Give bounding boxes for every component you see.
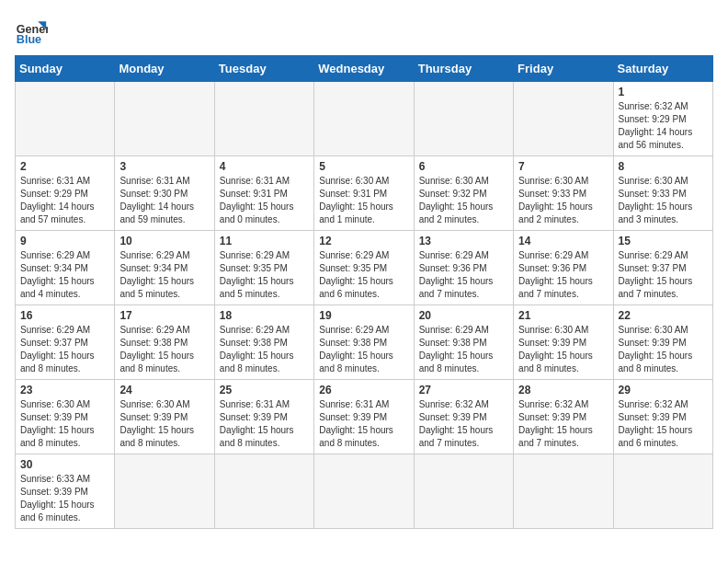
calendar-day-cell: 24Sunrise: 6:30 AM Sunset: 9:39 PM Dayli… (115, 380, 214, 454)
calendar-day-cell: 25Sunrise: 6:31 AM Sunset: 9:39 PM Dayli… (214, 380, 313, 454)
calendar-day-cell: 11Sunrise: 6:29 AM Sunset: 9:35 PM Dayli… (214, 231, 313, 305)
day-info: Sunrise: 6:29 AM Sunset: 9:38 PM Dayligh… (119, 324, 209, 375)
day-number: 2 (20, 160, 109, 173)
day-number: 13 (419, 235, 508, 247)
calendar-day-cell: 15Sunrise: 6:29 AM Sunset: 9:37 PM Dayli… (613, 231, 712, 305)
logo-icon: General Blue (15, 15, 48, 48)
calendar-day-cell (514, 454, 613, 529)
day-number: 5 (319, 160, 408, 173)
day-number: 7 (518, 160, 608, 173)
day-info: Sunrise: 6:29 AM Sunset: 9:34 PM Dayligh… (119, 249, 209, 301)
day-info: Sunrise: 6:31 AM Sunset: 9:29 PM Dayligh… (20, 175, 109, 226)
day-number: 24 (119, 384, 209, 396)
calendar-day-cell (314, 82, 414, 156)
calendar-day-cell: 2Sunrise: 6:31 AM Sunset: 9:29 PM Daylig… (16, 156, 115, 231)
day-number: 15 (619, 235, 708, 247)
day-number: 12 (319, 235, 408, 247)
calendar-day-cell: 7Sunrise: 6:30 AM Sunset: 9:33 PM Daylig… (514, 156, 613, 231)
day-number: 17 (119, 309, 209, 322)
day-info: Sunrise: 6:31 AM Sunset: 9:30 PM Dayligh… (119, 175, 209, 226)
day-info: Sunrise: 6:30 AM Sunset: 9:39 PM Dayligh… (619, 324, 708, 375)
calendar-week-row: 16Sunrise: 6:29 AM Sunset: 9:37 PM Dayli… (16, 305, 713, 380)
calendar-day-cell: 29Sunrise: 6:32 AM Sunset: 9:39 PM Dayli… (613, 380, 712, 454)
day-number: 11 (220, 235, 309, 247)
day-number: 23 (20, 384, 109, 396)
weekday-header-friday: Friday (514, 56, 613, 82)
day-info: Sunrise: 6:30 AM Sunset: 9:33 PM Dayligh… (619, 175, 708, 226)
day-info: Sunrise: 6:29 AM Sunset: 9:38 PM Dayligh… (419, 324, 508, 375)
calendar-week-row: 2Sunrise: 6:31 AM Sunset: 9:29 PM Daylig… (16, 156, 713, 231)
calendar-day-cell (16, 82, 115, 156)
calendar-day-cell (314, 454, 414, 529)
calendar-day-cell (514, 82, 613, 156)
calendar-week-row: 23Sunrise: 6:30 AM Sunset: 9:39 PM Dayli… (16, 380, 713, 454)
logo: General Blue (15, 15, 48, 48)
calendar-day-cell: 18Sunrise: 6:29 AM Sunset: 9:38 PM Dayli… (214, 305, 313, 380)
day-number: 14 (518, 235, 608, 247)
svg-text:Blue: Blue (17, 33, 41, 46)
calendar-day-cell: 21Sunrise: 6:30 AM Sunset: 9:39 PM Dayli… (514, 305, 613, 380)
day-number: 19 (319, 309, 408, 322)
day-info: Sunrise: 6:30 AM Sunset: 9:31 PM Dayligh… (319, 175, 408, 226)
weekday-header-monday: Monday (115, 56, 214, 82)
weekday-header-row: SundayMondayTuesdayWednesdayThursdayFrid… (16, 56, 713, 82)
day-number: 6 (419, 160, 508, 173)
day-info: Sunrise: 6:30 AM Sunset: 9:32 PM Dayligh… (419, 175, 508, 226)
calendar-day-cell: 26Sunrise: 6:31 AM Sunset: 9:39 PM Dayli… (314, 380, 414, 454)
calendar-day-cell: 6Sunrise: 6:30 AM Sunset: 9:32 PM Daylig… (414, 156, 513, 231)
day-number: 10 (119, 235, 209, 247)
day-number: 29 (619, 384, 708, 396)
day-number: 28 (518, 384, 608, 396)
day-info: Sunrise: 6:31 AM Sunset: 9:31 PM Dayligh… (220, 175, 309, 226)
calendar-day-cell: 27Sunrise: 6:32 AM Sunset: 9:39 PM Dayli… (414, 380, 513, 454)
weekday-header-sunday: Sunday (16, 56, 115, 82)
calendar-day-cell (414, 454, 513, 529)
calendar-day-cell: 14Sunrise: 6:29 AM Sunset: 9:36 PM Dayli… (514, 231, 613, 305)
day-number: 1 (619, 86, 708, 98)
day-info: Sunrise: 6:29 AM Sunset: 9:38 PM Dayligh… (319, 324, 408, 375)
calendar-day-cell: 12Sunrise: 6:29 AM Sunset: 9:35 PM Dayli… (314, 231, 414, 305)
day-info: Sunrise: 6:29 AM Sunset: 9:36 PM Dayligh… (419, 249, 508, 301)
day-info: Sunrise: 6:30 AM Sunset: 9:39 PM Dayligh… (119, 398, 209, 450)
day-number: 27 (419, 384, 508, 396)
calendar-day-cell: 19Sunrise: 6:29 AM Sunset: 9:38 PM Dayli… (314, 305, 414, 380)
calendar-day-cell: 22Sunrise: 6:30 AM Sunset: 9:39 PM Dayli… (613, 305, 712, 380)
weekday-header-wednesday: Wednesday (314, 56, 414, 82)
calendar: SundayMondayTuesdayWednesdayThursdayFrid… (15, 55, 713, 529)
calendar-day-cell: 13Sunrise: 6:29 AM Sunset: 9:36 PM Dayli… (414, 231, 513, 305)
day-info: Sunrise: 6:32 AM Sunset: 9:29 PM Dayligh… (619, 100, 708, 152)
calendar-day-cell: 3Sunrise: 6:31 AM Sunset: 9:30 PM Daylig… (115, 156, 214, 231)
day-info: Sunrise: 6:29 AM Sunset: 9:38 PM Dayligh… (220, 324, 309, 375)
calendar-day-cell (613, 454, 712, 529)
day-number: 4 (220, 160, 309, 173)
calendar-day-cell: 1Sunrise: 6:32 AM Sunset: 9:29 PM Daylig… (613, 82, 712, 156)
day-number: 26 (319, 384, 408, 396)
day-number: 8 (619, 160, 708, 173)
calendar-day-cell (115, 82, 214, 156)
calendar-day-cell: 10Sunrise: 6:29 AM Sunset: 9:34 PM Dayli… (115, 231, 214, 305)
calendar-week-row: 9Sunrise: 6:29 AM Sunset: 9:34 PM Daylig… (16, 231, 713, 305)
day-info: Sunrise: 6:31 AM Sunset: 9:39 PM Dayligh… (220, 398, 309, 450)
calendar-day-cell (414, 82, 513, 156)
calendar-day-cell: 23Sunrise: 6:30 AM Sunset: 9:39 PM Dayli… (16, 380, 115, 454)
day-number: 18 (220, 309, 309, 322)
day-info: Sunrise: 6:29 AM Sunset: 9:36 PM Dayligh… (518, 249, 608, 301)
header: General Blue (15, 15, 713, 48)
day-number: 22 (619, 309, 708, 322)
calendar-day-cell: 9Sunrise: 6:29 AM Sunset: 9:34 PM Daylig… (16, 231, 115, 305)
day-info: Sunrise: 6:32 AM Sunset: 9:39 PM Dayligh… (419, 398, 508, 450)
calendar-day-cell: 17Sunrise: 6:29 AM Sunset: 9:38 PM Dayli… (115, 305, 214, 380)
day-info: Sunrise: 6:30 AM Sunset: 9:39 PM Dayligh… (518, 324, 608, 375)
day-number: 20 (419, 309, 508, 322)
weekday-header-thursday: Thursday (414, 56, 513, 82)
day-info: Sunrise: 6:33 AM Sunset: 9:39 PM Dayligh… (20, 473, 109, 524)
weekday-header-tuesday: Tuesday (214, 56, 313, 82)
calendar-day-cell (115, 454, 214, 529)
calendar-day-cell: 28Sunrise: 6:32 AM Sunset: 9:39 PM Dayli… (514, 380, 613, 454)
day-number: 21 (518, 309, 608, 322)
calendar-day-cell (214, 454, 313, 529)
day-info: Sunrise: 6:32 AM Sunset: 9:39 PM Dayligh… (518, 398, 608, 450)
day-info: Sunrise: 6:29 AM Sunset: 9:34 PM Dayligh… (20, 249, 109, 301)
day-info: Sunrise: 6:30 AM Sunset: 9:39 PM Dayligh… (20, 398, 109, 450)
day-info: Sunrise: 6:29 AM Sunset: 9:37 PM Dayligh… (20, 324, 109, 375)
